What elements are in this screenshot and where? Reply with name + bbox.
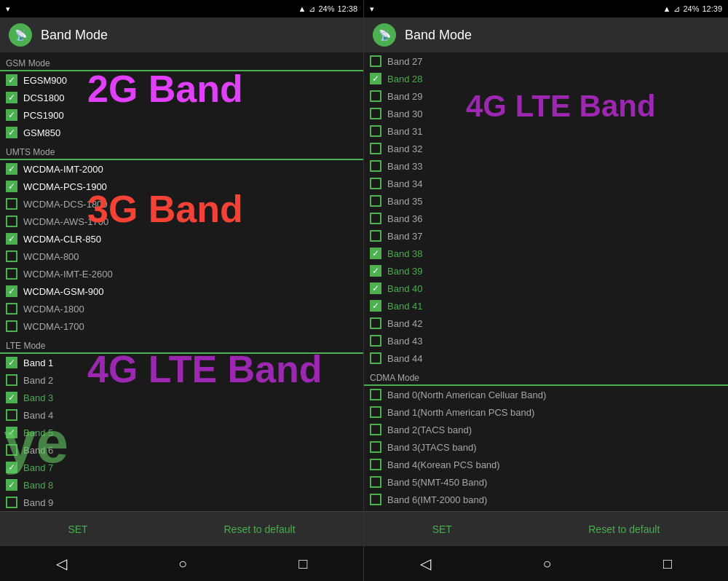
r-checkbox-lte-band-36[interactable] xyxy=(370,213,381,224)
band-egsm900[interactable]: ✓ EGSM900 xyxy=(0,71,363,89)
cdma-band-4[interactable]: Band 4(Korean PCS band) xyxy=(364,456,728,473)
checkbox-lte-band-1[interactable]: ✓ xyxy=(6,357,17,368)
checkbox-cdma-band-4[interactable] xyxy=(370,459,381,470)
checkbox-wcdma-1800[interactable] xyxy=(6,303,17,315)
r-checkbox-lte-band-43[interactable] xyxy=(370,335,381,347)
band-wcdma-1800[interactable]: WCDMA-1800 xyxy=(0,300,363,317)
right-reset-button[interactable]: Reset to default xyxy=(571,518,677,541)
right-back-button[interactable]: ◁ xyxy=(420,555,431,572)
lte-band-1[interactable]: ✓ Band 1 xyxy=(0,354,363,371)
checkbox-wcdma-gsm900[interactable]: ✓ xyxy=(6,285,17,297)
r-checkbox-lte-band-30[interactable] xyxy=(370,108,381,119)
band-wcdma-imt-e2600[interactable]: WCDMA-IMT-E-2600 xyxy=(0,265,363,282)
left-reset-button[interactable]: Reset to default xyxy=(207,518,313,541)
band-wcdma-pcs1900[interactable]: ✓ WCDMA-PCS-1900 xyxy=(0,178,363,195)
cdma-band-3[interactable]: Band 3(JTACS band) xyxy=(364,438,728,456)
r-checkbox-lte-band-31[interactable] xyxy=(370,125,381,137)
r-checkbox-lte-band-35[interactable] xyxy=(370,195,381,207)
checkbox-lte-band-8[interactable]: ✓ xyxy=(6,479,17,491)
checkbox-wcdma-imt2000[interactable]: ✓ xyxy=(6,163,17,175)
checkbox-egsm900[interactable]: ✓ xyxy=(6,74,17,86)
cdma-band-7[interactable]: Band 7(North American 700Mhz Celluar Ban… xyxy=(364,508,728,511)
checkbox-lte-band-9[interactable] xyxy=(6,497,17,508)
band-gsm850[interactable]: ✓ GSM850 xyxy=(0,124,363,141)
r-checkbox-lte-band-40[interactable]: ✓ xyxy=(370,282,381,294)
checkbox-lte-band-6[interactable] xyxy=(6,444,17,456)
r-lte-band-32[interactable]: Band 32 xyxy=(364,140,728,157)
cdma-band-1[interactable]: Band 1(North American PCS band) xyxy=(364,403,728,421)
lte-band-4[interactable]: Band 4 xyxy=(0,406,363,424)
r-lte-band-34[interactable]: Band 34 xyxy=(364,175,728,192)
checkbox-wcdma-clr850[interactable]: ✓ xyxy=(6,233,17,245)
r-lte-band-41[interactable]: ✓ Band 41 xyxy=(364,297,728,315)
r-lte-band-35[interactable]: Band 35 xyxy=(364,192,728,210)
left-set-button[interactable]: SET xyxy=(50,518,105,541)
cdma-band-2[interactable]: Band 2(TACS band) xyxy=(364,421,728,438)
cdma-band-6[interactable]: Band 6(IMT-2000 band) xyxy=(364,491,728,508)
band-wcdma-aws1700[interactable]: WCDMA-AWS-1700 xyxy=(0,213,363,230)
checkbox-wcdma-1700[interactable] xyxy=(6,320,17,332)
band-dcs1800[interactable]: ✓ DCS1800 xyxy=(0,89,363,106)
r-checkbox-lte-band-38[interactable]: ✓ xyxy=(370,248,381,259)
r-checkbox-lte-band-27[interactable] xyxy=(370,55,381,67)
checkbox-lte-band-3[interactable]: ✓ xyxy=(6,392,17,403)
r-checkbox-lte-band-32[interactable] xyxy=(370,143,381,154)
r-checkbox-lte-band-33[interactable] xyxy=(370,160,381,172)
checkbox-lte-band-7[interactable]: ✓ xyxy=(6,462,17,473)
right-recent-button[interactable]: □ xyxy=(663,556,672,572)
checkbox-dcs1800[interactable]: ✓ xyxy=(6,92,17,103)
checkbox-cdma-band-1[interactable] xyxy=(370,406,381,418)
r-checkbox-lte-band-42[interactable] xyxy=(370,317,381,329)
checkbox-lte-band-2[interactable] xyxy=(6,374,17,386)
cdma-band-0[interactable]: Band 0(North American Celluar Band) xyxy=(364,386,728,403)
r-checkbox-lte-band-28[interactable]: ✓ xyxy=(370,73,381,84)
r-checkbox-lte-band-29[interactable] xyxy=(370,90,381,102)
checkbox-lte-band-5[interactable]: ✓ xyxy=(6,427,17,438)
checkbox-wcdma-pcs1900[interactable]: ✓ xyxy=(6,181,17,192)
r-lte-band-31[interactable]: Band 31 xyxy=(364,122,728,140)
r-lte-band-30[interactable]: Band 30 xyxy=(364,105,728,122)
r-lte-band-40[interactable]: ✓ Band 40 xyxy=(364,280,728,297)
r-lte-band-28[interactable]: ✓ Band 28 xyxy=(364,70,728,87)
cdma-band-5[interactable]: Band 5(NMT-450 Band) xyxy=(364,473,728,491)
band-wcdma-800[interactable]: WCDMA-800 xyxy=(0,248,363,265)
r-lte-band-38[interactable]: ✓ Band 38 xyxy=(364,245,728,262)
r-lte-band-37[interactable]: Band 37 xyxy=(364,227,728,245)
lte-band-6[interactable]: Band 6 xyxy=(0,441,363,459)
checkbox-wcdma-800[interactable] xyxy=(6,250,17,262)
lte-band-9[interactable]: Band 9 xyxy=(0,494,363,511)
r-lte-band-39[interactable]: ✓ Band 39 xyxy=(364,262,728,280)
r-lte-band-44[interactable]: Band 44 xyxy=(364,349,728,367)
r-checkbox-lte-band-39[interactable]: ✓ xyxy=(370,265,381,277)
band-wcdma-clr850[interactable]: ✓ WCDMA-CLR-850 xyxy=(0,230,363,248)
lte-band-5[interactable]: ✓ Band 5 xyxy=(0,424,363,441)
r-lte-band-33[interactable]: Band 33 xyxy=(364,157,728,175)
checkbox-cdma-band-0[interactable] xyxy=(370,389,381,400)
band-wcdma-imt2000[interactable]: ✓ WCDMA-IMT-2000 xyxy=(0,160,363,178)
r-lte-band-36[interactable]: Band 36 xyxy=(364,210,728,227)
band-wcdma-dcs1800[interactable]: WCDMA-DCS-1800 xyxy=(0,195,363,213)
left-recent-button[interactable]: □ xyxy=(298,556,307,572)
r-checkbox-lte-band-44[interactable] xyxy=(370,352,381,364)
r-checkbox-lte-band-34[interactable] xyxy=(370,178,381,189)
lte-band-7[interactable]: ✓ Band 7 xyxy=(0,459,363,476)
lte-band-2[interactable]: Band 2 xyxy=(0,371,363,389)
checkbox-cdma-band-2[interactable] xyxy=(370,424,381,435)
checkbox-cdma-band-6[interactable] xyxy=(370,494,381,505)
checkbox-cdma-band-3[interactable] xyxy=(370,441,381,453)
checkbox-wcdma-dcs1800[interactable] xyxy=(6,198,17,210)
right-set-button[interactable]: SET xyxy=(415,518,470,541)
band-pcs1900[interactable]: ✓ PCS1900 xyxy=(0,106,363,124)
checkbox-pcs1900[interactable]: ✓ xyxy=(6,109,17,121)
band-wcdma-gsm900[interactable]: ✓ WCDMA-GSM-900 xyxy=(0,282,363,300)
r-checkbox-lte-band-37[interactable] xyxy=(370,230,381,242)
r-checkbox-lte-band-41[interactable]: ✓ xyxy=(370,300,381,312)
band-wcdma-1700[interactable]: WCDMA-1700 xyxy=(0,317,363,335)
right-home-button[interactable]: ○ xyxy=(542,556,551,572)
left-home-button[interactable]: ○ xyxy=(178,556,187,572)
checkbox-wcdma-imt-e2600[interactable] xyxy=(6,268,17,280)
checkbox-wcdma-aws1700[interactable] xyxy=(6,216,17,227)
r-lte-band-42[interactable]: Band 42 xyxy=(364,315,728,332)
r-lte-band-29[interactable]: Band 29 xyxy=(364,87,728,105)
lte-band-8[interactable]: ✓ Band 8 xyxy=(0,476,363,494)
